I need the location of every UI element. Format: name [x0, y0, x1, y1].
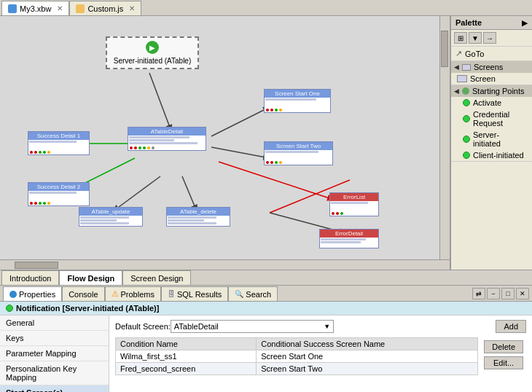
palette-screen-item[interactable]: Screen: [451, 73, 532, 85]
palette-starting-points-header[interactable]: ◀ Starting Points: [451, 85, 532, 97]
close-icon-2[interactable]: ✕: [129, 4, 135, 12]
conditions-table: Condition Name Conditional Success Scree…: [115, 337, 478, 375]
activate-icon: [463, 99, 470, 106]
error-list-node[interactable]: ErrorList: [329, 192, 379, 216]
table-row[interactable]: Wilma_first_ss1 Screen Start One: [116, 350, 478, 363]
properties-tab-bar: Properties Console ⚠ Problems 🗄 SQL Resu…: [0, 286, 532, 302]
tab-search[interactable]: 🔍 Search: [228, 286, 278, 301]
credential-icon: [463, 115, 470, 122]
sidebar-keys[interactable]: Keys: [0, 331, 109, 346]
tab-my3xbw[interactable]: My3.xbw ✕: [1, 1, 69, 15]
tab-customjs[interactable]: Custom.js ✕: [69, 1, 141, 15]
error-detail-node[interactable]: ErrorDetail: [319, 229, 379, 248]
close-icon[interactable]: ✕: [57, 4, 63, 12]
svg-line-5: [113, 176, 160, 211]
server-initiated-label: Server-initiated (ATable): [114, 57, 192, 65]
props-close-btn[interactable]: ✕: [516, 288, 529, 299]
dot-orange: [147, 146, 150, 149]
tab-console[interactable]: Console: [62, 286, 104, 301]
default-screen-dropdown[interactable]: ATableDetail ▼: [171, 320, 334, 333]
xbw-icon: [8, 4, 17, 13]
properties-tab-label: Properties: [19, 290, 55, 299]
palette-item-credential-request[interactable]: Credential Request: [451, 109, 532, 129]
tab-properties[interactable]: Properties: [3, 286, 62, 301]
props-sync-btn[interactable]: ⇄: [472, 288, 485, 299]
tab-customjs-label: Custom.js: [87, 4, 123, 13]
errorlist-header: ErrorList: [330, 193, 378, 201]
credential-label: Credential Request: [473, 110, 526, 128]
screen-start-two-node[interactable]: Screen Start Two: [264, 141, 333, 165]
server-initiated-node[interactable]: ▶ Server-initiated (ATable): [106, 36, 199, 69]
atable-detail-node[interactable]: ATableDetail: [128, 127, 206, 151]
props-content: General Keys Parameter Mapping Personali…: [0, 315, 532, 392]
svg-line-4: [211, 147, 270, 158]
add-button[interactable]: Add: [496, 320, 526, 333]
canvas-inner: ▶ Server-initiated (ATable) ATableDetail: [0, 16, 450, 270]
sidebar-general[interactable]: General: [0, 315, 109, 331]
dot-green2: [143, 146, 146, 149]
console-tab-label: Console: [69, 290, 98, 299]
tab-sql-results[interactable]: 🗄 SQL Results: [161, 286, 228, 301]
screens-label: Screens: [474, 63, 503, 71]
tab-problems[interactable]: ⚠ Problems: [105, 286, 161, 301]
atable-delete-node[interactable]: ATable_delete: [166, 207, 230, 227]
tab-my3xbw-label: My3.xbw: [20, 4, 51, 13]
starting-points-icon: [462, 87, 469, 95]
atable-update-node[interactable]: ATable_update: [79, 207, 143, 227]
screen-start-one-node[interactable]: Screen Start One: [264, 89, 331, 113]
conditions-table-container: Condition Name Conditional Success Scree…: [115, 337, 478, 375]
palette-item-server-initiated[interactable]: Server-initiated: [451, 129, 532, 149]
screen-name-1: Screen Start One: [257, 350, 478, 363]
svg-line-0: [149, 73, 171, 131]
palette-goto-item[interactable]: ↗ GoTo: [451, 47, 532, 61]
tab-introduction[interactable]: Introduction: [1, 270, 59, 285]
palette-screens-header[interactable]: ◀ Screens: [451, 61, 532, 73]
screen-type-icon: [462, 64, 471, 71]
action-buttons: Delete Edit...: [481, 337, 526, 375]
props-icon: [9, 291, 17, 298]
svg-line-3: [211, 107, 270, 136]
goto-label: GoTo: [465, 50, 484, 58]
table-and-buttons: Condition Name Conditional Success Scree…: [115, 337, 526, 375]
props-main-content: Default Screen: ATableDetail ▼ Add Condi…: [109, 315, 532, 392]
vertical-scrollbar[interactable]: [439, 16, 450, 259]
svg-line-9: [219, 162, 334, 200]
palette-toolbar: ⊞ ▼ →: [451, 30, 532, 47]
palette-item-client-initiated[interactable]: Client-initiated: [451, 149, 532, 161]
tab-screen-design[interactable]: Screen Design: [122, 270, 191, 285]
palette-btn-3[interactable]: →: [483, 32, 496, 44]
errordetail-header: ErrorDetail: [320, 230, 378, 238]
js-icon: [76, 4, 85, 13]
tab-flow-design[interactable]: Flow Design: [59, 270, 122, 285]
server-icon: [463, 136, 470, 143]
dropdown-arrow-icon: ▼: [324, 323, 330, 330]
success-detail-1-node[interactable]: Success Detail 1: [28, 131, 90, 155]
canvas-area[interactable]: ▶ Server-initiated (ATable) ATableDetail: [0, 16, 450, 270]
default-screen-value: ATableDetail: [174, 322, 219, 331]
main-area: ▶ Server-initiated (ATable) ATableDetail: [0, 16, 532, 270]
notification-title: Notification [Server-initiated (ATable)]: [16, 304, 159, 313]
dot-red: [130, 146, 133, 149]
props-min-btn[interactable]: −: [487, 288, 500, 299]
props-title-bar: Notification [Server-initiated (ATable)]: [0, 302, 532, 315]
sidebar-start-screens[interactable]: Start Screen(s): [0, 385, 109, 392]
palette-btn-1[interactable]: ⊞: [454, 32, 467, 44]
props-max-btn[interactable]: □: [501, 288, 515, 299]
success-detail-2-node[interactable]: Success Detail 2: [28, 182, 90, 206]
palette-item-activate[interactable]: Activate: [451, 97, 532, 109]
search-icon: 🔍: [235, 290, 243, 298]
props-sidebar: General Keys Parameter Mapping Personali…: [0, 315, 109, 392]
delete-button[interactable]: Delete: [484, 340, 523, 353]
screen-icon: [457, 75, 467, 82]
edit-button[interactable]: Edit...: [484, 356, 523, 369]
palette-starting-points-section: ◀ Starting Points Activate Credential Re…: [451, 85, 532, 162]
table-row[interactable]: Fred_second_screen Screen Start Two: [116, 363, 478, 375]
sidebar-parameter-mapping[interactable]: Parameter Mapping: [0, 346, 109, 361]
palette-expand-icon[interactable]: ▶: [522, 19, 528, 27]
horizontal-scrollbar[interactable]: [0, 259, 450, 270]
palette-btn-2[interactable]: ▼: [469, 32, 482, 44]
starting-points-arrow-icon: ◀: [454, 87, 459, 95]
problems-tab-label: Problems: [121, 290, 154, 299]
screen-start1-header: Screen Start One: [265, 90, 330, 98]
sidebar-personalization-key-mapping[interactable]: Personalization Key Mapping: [0, 361, 109, 385]
